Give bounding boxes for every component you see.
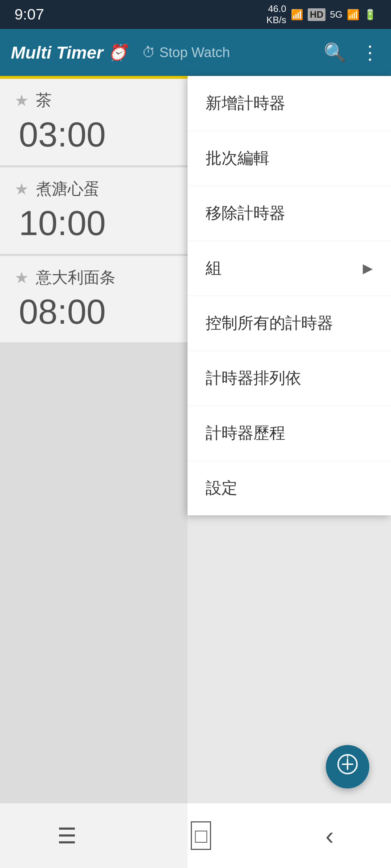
hd-icon: HD (308, 8, 326, 21)
nav-back-icon[interactable]: ‹ (325, 821, 334, 850)
app-title: Multi Timer ⏰ (11, 43, 127, 63)
menu-item-batch-edit-label: 批次編輯 (206, 148, 269, 169)
wifi-icon: 📶 (291, 9, 303, 21)
menu-item-remove-timer-label: 移除計時器 (206, 203, 285, 224)
menu-item-timer-history-label: 計時器歷程 (206, 422, 285, 444)
app-bar-actions: 🔍 ⋮ (324, 42, 380, 63)
chevron-right-icon: ▶ (363, 261, 373, 276)
app-bar: Multi Timer ⏰ ⏱ Stop Watch 🔍 ⋮ (0, 29, 391, 76)
more-options-icon[interactable]: ⋮ (361, 42, 380, 63)
app-title-icon: ⏰ (108, 43, 127, 62)
menu-item-add-timer[interactable]: 新增計時器 (188, 76, 391, 131)
menu-item-timer-history[interactable]: 計時器歷程 (188, 406, 391, 461)
stopwatch-label: Stop Watch (159, 45, 230, 60)
fab-icon (337, 753, 358, 780)
status-bar: 9:07 46.0KB/s 📶 HD 5G 📶 🔋 (0, 0, 391, 29)
stopwatch-icon: ⏱ (142, 45, 156, 60)
menu-item-remove-timer[interactable]: 移除計時器 (188, 186, 391, 241)
status-time: 9:07 (14, 6, 44, 23)
menu-item-group-label: 組 (206, 258, 222, 279)
dropdown-menu: 新增計時器 批次編輯 移除計時器 組 ▶ 控制所有的計時器 計時器排列依 計時器… (188, 76, 391, 515)
menu-item-batch-edit[interactable]: 批次編輯 (188, 131, 391, 186)
status-icons: 46.0KB/s 📶 HD 5G 📶 🔋 (266, 3, 377, 26)
signal-icon: 📶 (347, 9, 360, 21)
menu-item-settings[interactable]: 設定 (188, 461, 391, 515)
menu-item-group[interactable]: 組 ▶ (188, 241, 391, 296)
dim-overlay (0, 76, 188, 868)
menu-item-sort-timers[interactable]: 計時器排列依 (188, 351, 391, 406)
menu-item-control-all[interactable]: 控制所有的計時器 (188, 296, 391, 351)
stopwatch-button[interactable]: ⏱ Stop Watch (142, 45, 316, 60)
battery-icon: 🔋 (364, 9, 377, 21)
menu-item-sort-timers-label: 計時器排列依 (206, 367, 301, 389)
data-speed-text: 46.0KB/s (266, 3, 286, 26)
search-icon[interactable]: 🔍 (324, 42, 346, 63)
app-title-text: Multi Timer (11, 43, 103, 63)
nav-home-icon[interactable]: □ (191, 821, 211, 850)
network-icon: 5G (330, 9, 342, 20)
menu-item-control-all-label: 控制所有的計時器 (206, 312, 333, 334)
menu-item-settings-label: 設定 (206, 477, 237, 499)
fab-add-timer[interactable] (326, 745, 369, 788)
menu-item-add-timer-label: 新增計時器 (206, 93, 285, 114)
